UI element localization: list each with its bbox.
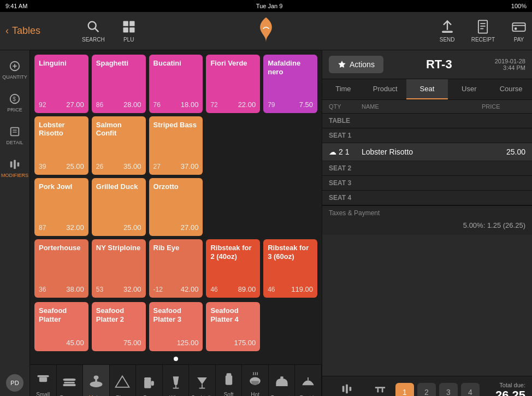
svg-rect-49 (342, 386, 345, 392)
seat-btn-3[interactable]: 3 (439, 383, 458, 396)
plu-label: PLU (123, 37, 134, 43)
item-name: Seafood Platter (39, 306, 84, 323)
seat-btn-1[interactable]: 1 (395, 383, 414, 396)
pay-button[interactable]: PAY (511, 19, 527, 43)
actions-button[interactable]: Actions (329, 56, 383, 73)
quantity-icon (9, 60, 21, 72)
actions-label: Actions (350, 60, 375, 69)
receipt-button[interactable]: RECEIPT (471, 19, 495, 43)
item-price: 27.00 (181, 223, 199, 232)
grid-item[interactable]: Pork Jowl 87 32.00 (34, 178, 88, 237)
svg-rect-50 (346, 385, 348, 394)
table-bottom-button[interactable]: TABLE (368, 381, 392, 396)
svg-point-32 (93, 375, 98, 379)
item-footer: 79 7.50 (268, 101, 313, 109)
soft-drinks-icon (219, 369, 239, 389)
item-name: Grilled Duck (96, 182, 141, 191)
section-seat1: SEAT 1 (322, 128, 532, 143)
grid-item[interactable]: Grilled Duck 25.00 (92, 178, 146, 237)
taxes-section: Taxes & Payment 5.00%: 1.25 (26.25) (322, 205, 532, 235)
pagination-dots (30, 353, 322, 364)
left-sidebar: QUANTITY $ PRICE DETAIL MODIFIERS PD PET… (0, 50, 30, 396)
quantity-label: QUANTITY (2, 74, 27, 80)
grid-item (263, 116, 317, 175)
tab-time[interactable]: Time (322, 79, 364, 99)
sidebar-item-quantity[interactable]: QUANTITY (0, 56, 29, 84)
grid-item[interactable]: Ribsteak for 3 (60oz) 46 119.00 (263, 239, 317, 298)
item-price: 27.00 (66, 101, 84, 109)
item-name: Ribsteak for 2 (40oz) (210, 244, 256, 261)
grid-item[interactable]: Fiori Verde 72 22.00 (206, 55, 260, 113)
grid-item[interactable]: Mafaldine nero 79 7.50 (263, 55, 317, 113)
grid-item[interactable]: Striped Bass 27 37.00 (149, 116, 203, 175)
category-desserts[interactable]: Desserts (269, 365, 295, 396)
grid-item (206, 116, 260, 175)
grid-item[interactable]: NY Striploine 53 32.00 (92, 239, 146, 298)
svg-rect-23 (14, 160, 16, 169)
category-beer[interactable]: Beer (136, 365, 163, 396)
grid-item[interactable]: Bucatini 76 18.00 (149, 55, 203, 113)
grid-item[interactable]: Ribsteak for 2 (40oz) 46 89.00 (206, 239, 260, 298)
plu-button[interactable]: PLU (121, 19, 137, 43)
grid-item[interactable]: Linguini 92 27.00 (34, 55, 88, 113)
grid-item[interactable]: Seafood Platter 45.00 (34, 302, 88, 351)
beer-icon (139, 373, 159, 392)
tab-user[interactable]: User (448, 79, 490, 99)
send-button[interactable]: SEND (440, 19, 455, 43)
item-qty: 46 (268, 286, 275, 293)
item-qty: 72 (210, 101, 217, 109)
grid-item[interactable]: Seafood Platter 4 175.00 (206, 302, 260, 351)
grid-item[interactable]: Porterhouse 36 38.00 (34, 239, 88, 298)
status-time: 9:41 AM (5, 3, 27, 9)
seat-btn-2[interactable]: 2 (417, 383, 436, 396)
item-name: Mafaldine nero (268, 59, 313, 76)
sidebar-item-detail[interactable]: DETAIL (0, 121, 29, 150)
pizza-icon (113, 373, 132, 392)
tab-product[interactable]: Product (364, 79, 406, 99)
item-price: 37.00 (181, 162, 199, 170)
section-seat3: SEAT 3 (322, 176, 532, 191)
grid-item[interactable]: Rib Eye -12 42.00 (149, 239, 203, 298)
modifiers-bottom-button[interactable]: MODIFIERS (329, 381, 365, 396)
grid-item[interactable]: Salmon Confit 26 35.00 (92, 116, 146, 175)
search-button[interactable]: SEARCH (82, 19, 105, 43)
svg-rect-27 (63, 378, 76, 380)
category-small-plates[interactable]: Small Plates (30, 365, 57, 396)
tab-seat[interactable]: Seat (406, 79, 448, 99)
svg-rect-38 (144, 377, 151, 380)
sidebar-item-price[interactable]: $ PRICE (0, 88, 29, 117)
grid-item[interactable]: Spaghetti 86 28.00 (92, 55, 146, 113)
item-price: 32.00 (66, 223, 84, 232)
tab-course[interactable]: Course (490, 79, 532, 99)
item-footer: 72 22.00 (210, 101, 256, 109)
item-footer: 75.00 (96, 339, 141, 347)
top-bar: ‹ Tables SEARCH PLU SEND (0, 12, 532, 50)
category-soft-drinks[interactable]: Soft Drinks (216, 365, 243, 396)
grid-item[interactable]: Orzotto 27.00 (149, 178, 203, 237)
right-panel: Actions RT-3 2019-01-28 3:44 PM TimeProd… (322, 50, 532, 396)
sidebar-item-modifiers[interactable]: MODIFIERS (0, 154, 29, 182)
dot-1[interactable] (174, 357, 178, 361)
col-name: NAME (362, 103, 482, 110)
seat-btn-4[interactable]: 4 (461, 383, 480, 396)
grid-item[interactable]: Lobster Risotto 39 25.00 (34, 116, 88, 175)
category-wine[interactable]: Wine (163, 365, 190, 396)
search-icon (86, 19, 101, 34)
category-pastries[interactable]: Pastrie (295, 365, 322, 396)
search-label: SEARCH (82, 37, 105, 43)
category-mains[interactable]: Mains (83, 365, 110, 396)
grid-item[interactable]: Seafood Platter 3 125.00 (149, 302, 203, 351)
category-cocktails[interactable]: Cocktails (189, 365, 216, 396)
category-pizza[interactable]: Pizza (110, 365, 137, 396)
back-nav[interactable]: ‹ Tables (5, 25, 71, 37)
category-burgers[interactable]: Burgers (57, 365, 84, 396)
svg-rect-52 (375, 387, 385, 388)
grid-item[interactable]: Seafood Platter 2 75.00 (92, 302, 146, 351)
plu-icon (121, 19, 137, 34)
order-row[interactable]: ☁ 2 1 Lobster Risotto 25.00 (322, 143, 532, 161)
item-qty: 26 (96, 163, 103, 170)
mains-icon (86, 373, 106, 392)
item-price: 42.00 (181, 285, 199, 293)
svg-rect-11 (512, 23, 525, 31)
category-hot-drinks[interactable]: Hot Drinks (242, 365, 269, 396)
